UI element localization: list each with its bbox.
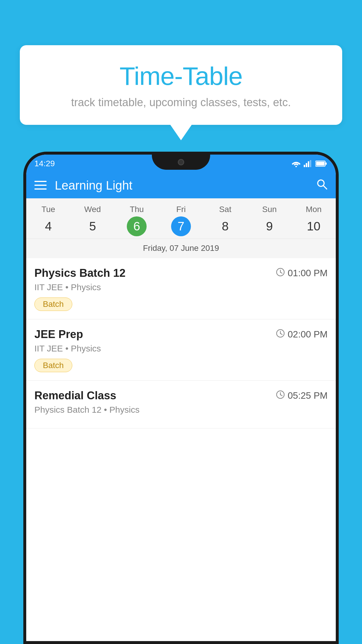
speech-bubble-title: Time-Table <box>37 61 325 91</box>
svg-rect-3 <box>308 161 309 167</box>
svg-rect-9 <box>34 185 47 186</box>
phone-frame: 14:29 <box>23 152 339 644</box>
calendar-strip: Tue 4 Wed 5 Thu 6 Fri 7 <box>26 198 336 258</box>
class-subject-1: IIT JEE • Physics <box>34 282 328 292</box>
classes-list: Physics Batch 12 01:00 PM <box>26 258 336 428</box>
speech-bubble-subtitle: track timetable, upcoming classes, tests… <box>37 96 325 109</box>
phone-screen: 14:29 <box>26 155 336 641</box>
svg-rect-2 <box>306 163 307 167</box>
app-bar: Learning Light <box>26 173 336 198</box>
calendar-days: Tue 4 Wed 5 Thu 6 Fri 7 <box>26 205 336 236</box>
svg-rect-10 <box>34 188 47 190</box>
day-wed[interactable]: Wed 5 <box>71 205 115 236</box>
speech-bubble-arrow <box>170 124 192 140</box>
class-subject-2: IIT JEE • Physics <box>34 344 328 354</box>
class-item-3[interactable]: Remedial Class 05:25 PM <box>26 381 336 428</box>
class-time-text-2: 02:00 PM <box>288 329 328 340</box>
clock-icon-1 <box>276 268 285 279</box>
svg-rect-8 <box>34 181 47 182</box>
speech-bubble-container: Time-Table track timetable, upcoming cla… <box>20 45 342 140</box>
class-header-3: Remedial Class 05:25 PM <box>34 389 328 402</box>
menu-icon[interactable] <box>34 180 47 191</box>
day-tue[interactable]: Tue 4 <box>26 205 71 236</box>
class-item-2[interactable]: JEE Prep 02:00 PM <box>26 319 336 381</box>
class-time-3: 05:25 PM <box>276 390 328 401</box>
status-time: 14:29 <box>34 159 55 168</box>
svg-rect-1 <box>304 165 305 167</box>
class-name-1: Physics Batch 12 <box>34 267 126 279</box>
screen-content: 14:29 <box>26 155 336 641</box>
class-time-2: 02:00 PM <box>276 329 328 340</box>
search-icon[interactable] <box>316 178 328 193</box>
day-sat[interactable]: Sat 8 <box>203 205 247 236</box>
svg-line-18 <box>280 333 282 335</box>
class-header-1: Physics Batch 12 01:00 PM <box>34 267 328 279</box>
svg-rect-6 <box>326 162 327 165</box>
front-camera <box>178 159 184 165</box>
svg-rect-7 <box>316 162 325 166</box>
volume-down-button[interactable] <box>23 245 24 268</box>
class-name-3: Remedial Class <box>34 389 116 402</box>
phone-notch <box>152 155 210 170</box>
svg-point-11 <box>318 180 324 186</box>
selected-date-label: Friday, 07 June 2019 <box>26 239 336 258</box>
status-icons <box>291 160 327 167</box>
class-time-1: 01:00 PM <box>276 268 328 279</box>
svg-rect-4 <box>310 160 311 167</box>
svg-line-21 <box>280 395 282 396</box>
power-button[interactable] <box>338 225 339 260</box>
class-name-2: JEE Prep <box>34 328 83 341</box>
battery-icon <box>315 160 327 167</box>
day-sun[interactable]: Sun 9 <box>247 205 292 236</box>
signal-icon <box>304 160 312 167</box>
day-mon[interactable]: Mon 10 <box>291 205 336 236</box>
class-time-text-3: 05:25 PM <box>288 390 328 401</box>
day-fri[interactable]: Fri 7 <box>159 205 203 236</box>
day-thu[interactable]: Thu 6 <box>115 205 159 236</box>
batch-badge-1: Batch <box>34 298 72 311</box>
clock-icon-3 <box>276 390 285 401</box>
class-item-1[interactable]: Physics Batch 12 01:00 PM <box>26 258 336 319</box>
wifi-icon <box>291 160 301 167</box>
svg-point-0 <box>296 166 297 167</box>
class-time-text-1: 01:00 PM <box>288 268 328 279</box>
svg-line-12 <box>324 186 327 189</box>
volume-up-button[interactable] <box>23 213 24 236</box>
speech-bubble: Time-Table track timetable, upcoming cla… <box>20 45 342 125</box>
batch-badge-2: Batch <box>34 359 72 372</box>
class-header-2: JEE Prep 02:00 PM <box>34 328 328 341</box>
class-subject-3: Physics Batch 12 • Physics <box>34 405 328 415</box>
svg-line-15 <box>280 272 282 273</box>
app-bar-title: Learning Light <box>55 178 316 192</box>
clock-icon-2 <box>276 329 285 340</box>
